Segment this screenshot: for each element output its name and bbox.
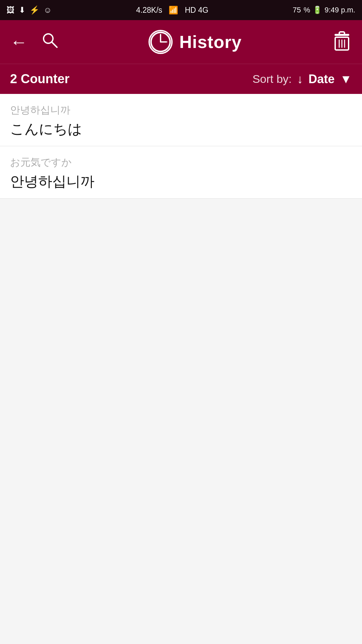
sort-controls[interactable]: Sort by: ↓ Date ▼ [252, 72, 352, 86]
battery-icon: 🔋 [313, 6, 322, 14]
counter-label: 2 Counter [10, 72, 69, 86]
sort-dropdown-icon[interactable]: ▼ [340, 72, 352, 86]
status-right: 75% 🔋 9:49 p.m. [293, 6, 355, 14]
image-icon: 🖼 [7, 5, 15, 15]
svg-line-1 [52, 42, 57, 47]
toolbar-left-actions: ← [10, 31, 58, 53]
sort-direction-icon: ↓ [297, 72, 303, 86]
item-translation-text: こんにちは [10, 120, 352, 139]
time: 9:49 p.m. [324, 6, 355, 14]
sort-field-label: Date [308, 72, 335, 86]
download-icon: ⬇ [19, 5, 25, 15]
toolbar: ← History [0, 20, 362, 64]
back-button[interactable]: ← [10, 32, 27, 52]
network-type: HD 4G [185, 6, 208, 14]
toolbar-title: History [179, 32, 242, 52]
trash-button[interactable] [332, 31, 352, 54]
history-list: 안녕하십니까 こんにちは お元気ですか 안녕하십니까 [0, 94, 362, 199]
item-source-text: お元気ですか [10, 156, 352, 169]
search-button[interactable] [41, 31, 58, 53]
wifi-icon: 📶 [169, 6, 178, 14]
battery-percent: 75 [293, 6, 301, 14]
status-icons-left: 🖼 ⬇ ⚡ ☺ [7, 5, 52, 15]
clock-icon [148, 30, 173, 54]
network-speed: 4.28K/s [136, 6, 162, 14]
status-center-info: 4.28K/s 📶 HD 4G [136, 6, 208, 15]
usb-icon: ⚡ [29, 5, 40, 15]
svg-point-2 [151, 33, 170, 52]
svg-rect-6 [339, 32, 345, 35]
sort-bar: 2 Counter Sort by: ↓ Date ▼ [0, 64, 362, 94]
sort-by-label: Sort by: [252, 72, 292, 86]
smiley-icon: ☺ [44, 5, 52, 15]
status-bar: 🖼 ⬇ ⚡ ☺ 4.28K/s 📶 HD 4G 75% 🔋 9:49 p.m. [0, 0, 362, 20]
toolbar-center: History [58, 30, 332, 54]
item-translation-text: 안녕하십니까 [10, 172, 352, 191]
list-item[interactable]: お元気ですか 안녕하십니까 [0, 146, 362, 199]
list-item[interactable]: 안녕하십니까 こんにちは [0, 94, 362, 146]
item-source-text: 안녕하십니까 [10, 103, 352, 117]
